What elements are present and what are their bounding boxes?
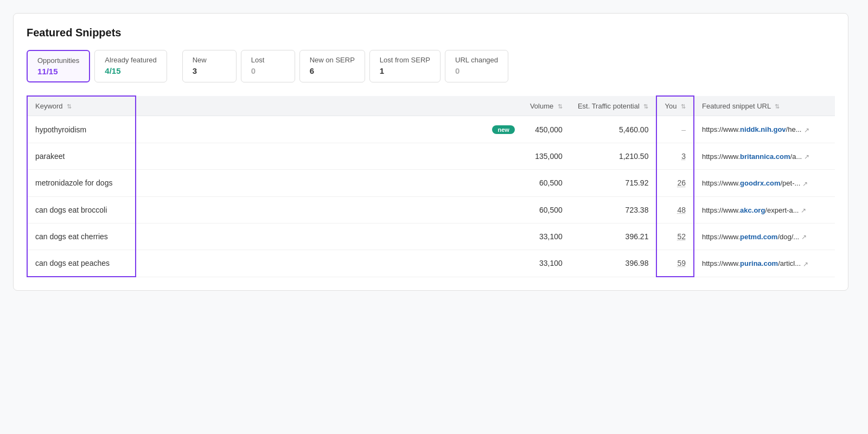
keyword-cell: can dogs eat peaches <box>27 250 136 277</box>
traffic-cell: 715.92 <box>570 170 657 196</box>
url-cell[interactable]: https://www.goodrx.com/pet-...↗ <box>694 170 835 196</box>
tab-lost-label: Lost <box>251 56 285 64</box>
url-link: https://www.petmd.com/dog/... <box>702 233 799 241</box>
traffic-cell: 396.98 <box>570 250 657 277</box>
keyword-cell: metronidazole for dogs <box>27 170 136 196</box>
tab-already-value: 4/15 <box>105 66 120 75</box>
tab-lost[interactable]: Lost 0 <box>241 50 295 82</box>
url-cell[interactable]: https://www.niddk.nih.gov/he...↗ <box>694 116 835 143</box>
col-header-you[interactable]: You ⇅ <box>656 96 694 116</box>
volume-cell: 60,500 <box>522 170 570 196</box>
you-sort-icon: ⇅ <box>681 103 686 110</box>
you-cell: 48 <box>656 196 694 223</box>
tab-new-value: 3 <box>193 66 197 75</box>
volume-cell: 450,000 <box>522 116 570 143</box>
external-link-icon[interactable]: ↗ <box>804 126 809 134</box>
badge-cell <box>136 170 522 196</box>
url-link: https://www.akc.org/expert-a... <box>702 206 799 214</box>
keyword-cell: parakeet <box>27 143 136 170</box>
keyword-sort-icon: ⇅ <box>67 103 72 110</box>
volume-cell: 33,100 <box>522 250 570 277</box>
col-header-keyword[interactable]: Keyword ⇅ <box>27 96 136 116</box>
rank-value: 59 <box>677 259 686 267</box>
table-row: parakeet135,0001,210.503https://www.brit… <box>27 143 835 170</box>
tab-lost-from-serp-label: Lost from SERP <box>380 56 430 64</box>
rank-dash: – <box>681 125 686 134</box>
tab-lost-from-serp-value: 1 <box>380 66 384 75</box>
url-link: https://www.purina.com/articl... <box>702 259 801 267</box>
main-card: Featured Snippets Opportunities 11/15 Al… <box>13 13 848 291</box>
filter-bar: Opportunities 11/15 Already featured 4/1… <box>27 50 835 82</box>
url-link: https://www.britannica.com/a... <box>702 152 802 161</box>
external-link-icon[interactable]: ↗ <box>801 207 806 214</box>
table-row: metronidazole for dogs60,500715.9226http… <box>27 170 835 196</box>
external-link-icon[interactable]: ↗ <box>801 233 807 241</box>
table-header-row: Keyword ⇅ Volume ⇅ Est. Traffic potentia… <box>27 96 835 116</box>
rank-value: 26 <box>677 178 686 187</box>
tab-new-on-serp-label: New on SERP <box>310 56 355 64</box>
keyword-cell: can dogs eat broccoli <box>27 196 136 223</box>
traffic-cell: 723.38 <box>570 196 657 223</box>
you-cell: 26 <box>656 170 694 196</box>
col-header-traffic[interactable]: Est. Traffic potential ⇅ <box>570 96 657 116</box>
url-link: https://www.goodrx.com/pet-... <box>702 179 800 187</box>
tab-opportunities[interactable]: Opportunities 11/15 <box>27 50 90 82</box>
tab-lost-value: 0 <box>251 66 256 75</box>
tab-url-changed-label: URL changed <box>455 56 498 64</box>
tab-already-featured[interactable]: Already featured 4/15 <box>94 50 167 82</box>
external-link-icon[interactable]: ↗ <box>803 260 808 268</box>
keyword-cell: can dogs eat cherries <box>27 223 136 250</box>
col-header-volume[interactable]: Volume ⇅ <box>522 96 570 116</box>
badge-cell <box>136 196 522 223</box>
badge-cell: new <box>136 116 522 143</box>
col-header-spacer <box>136 96 522 116</box>
badge-cell <box>136 250 522 277</box>
filter-separator <box>171 50 178 82</box>
tab-url-changed-value: 0 <box>455 66 459 75</box>
tab-new-on-serp[interactable]: New on SERP 6 <box>299 50 365 82</box>
tab-new-label: New <box>193 56 226 64</box>
rank-value: 48 <box>677 206 686 214</box>
traffic-sort-icon: ⇅ <box>643 103 648 110</box>
tab-new[interactable]: New 3 <box>182 50 237 82</box>
volume-cell: 33,100 <box>522 223 570 250</box>
url-cell[interactable]: https://www.akc.org/expert-a...↗ <box>694 196 835 223</box>
snippets-table: Keyword ⇅ Volume ⇅ Est. Traffic potentia… <box>27 95 835 277</box>
table-wrapper: Keyword ⇅ Volume ⇅ Est. Traffic potentia… <box>27 95 835 277</box>
keyword-cell: hypothyroidism <box>27 116 136 143</box>
url-cell[interactable]: https://www.purina.com/articl...↗ <box>694 250 835 277</box>
url-domain: niddk.nih.gov <box>740 125 786 133</box>
external-link-icon[interactable]: ↗ <box>804 153 809 161</box>
table-body: hypothyroidismnew450,0005,460.00–https:/… <box>27 116 835 277</box>
rank-value: 3 <box>681 152 686 161</box>
url-domain: petmd.com <box>740 233 777 241</box>
table-row: can dogs eat peaches33,100396.9859https:… <box>27 250 835 277</box>
table-row: hypothyroidismnew450,0005,460.00–https:/… <box>27 116 835 143</box>
you-cell: 59 <box>656 250 694 277</box>
url-domain: akc.org <box>740 206 765 214</box>
url-cell[interactable]: https://www.britannica.com/a...↗ <box>694 143 835 170</box>
tab-lost-from-serp[interactable]: Lost from SERP 1 <box>369 50 441 82</box>
traffic-cell: 5,460.00 <box>570 116 657 143</box>
you-cell: 52 <box>656 223 694 250</box>
table-row: can dogs eat broccoli60,500723.3848https… <box>27 196 835 223</box>
rank-value: 52 <box>677 232 686 241</box>
tab-opportunities-value: 11/15 <box>37 67 58 76</box>
tab-new-on-serp-value: 6 <box>310 66 314 75</box>
page-title: Featured Snippets <box>27 27 835 39</box>
url-cell[interactable]: https://www.petmd.com/dog/...↗ <box>694 223 835 250</box>
volume-cell: 60,500 <box>522 196 570 223</box>
traffic-cell: 1,210.50 <box>570 143 657 170</box>
url-domain: purina.com <box>740 259 778 267</box>
col-header-url[interactable]: Featured snippet URL ⇅ <box>694 96 835 116</box>
new-badge: new <box>492 125 514 134</box>
you-cell: 3 <box>656 143 694 170</box>
volume-sort-icon: ⇅ <box>558 103 563 110</box>
external-link-icon[interactable]: ↗ <box>802 180 808 188</box>
badge-cell <box>136 143 522 170</box>
tab-url-changed[interactable]: URL changed 0 <box>445 50 508 82</box>
url-sort-icon: ⇅ <box>775 103 780 110</box>
traffic-cell: 396.21 <box>570 223 657 250</box>
url-domain: goodrx.com <box>740 179 780 187</box>
url-domain: britannica.com <box>740 152 790 161</box>
